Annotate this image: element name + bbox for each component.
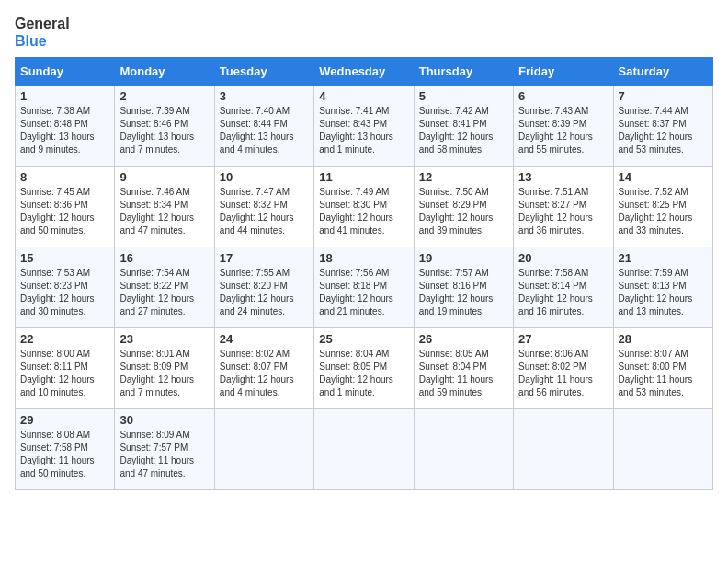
day-number: 10 [220,170,309,184]
day-number: 6 [518,89,608,103]
cell-info: Sunrise: 8:09 AMSunset: 7:57 PMDaylight:… [119,429,209,480]
cell-info: Sunrise: 7:46 AMSunset: 8:34 PMDaylight:… [119,186,209,237]
cell-info: Sunrise: 8:01 AMSunset: 8:09 PMDaylight:… [119,348,209,399]
header-day-tuesday: Tuesday [214,58,313,86]
cell-info: Sunrise: 7:47 AMSunset: 8:32 PMDaylight:… [220,186,309,237]
day-number: 20 [518,251,608,265]
header-day-monday: Monday [115,58,214,86]
day-number: 11 [319,170,408,184]
day-number: 21 [619,251,708,265]
calendar-cell: 11Sunrise: 7:49 AMSunset: 8:30 PMDayligh… [314,167,414,247]
calendar-cell: 1Sunrise: 7:38 AMSunset: 8:48 PMDaylight… [16,86,115,167]
day-number: 22 [20,332,109,346]
calendar-cell [514,409,613,490]
calendar-cell: 4Sunrise: 7:41 AMSunset: 8:43 PMDaylight… [314,86,414,167]
logo-line1: General [15,15,70,32]
calendar-cell: 29Sunrise: 8:08 AMSunset: 7:58 PMDayligh… [16,409,115,490]
calendar-cell: 16Sunrise: 7:54 AMSunset: 8:22 PMDayligh… [115,247,214,328]
calendar-cell: 14Sunrise: 7:52 AMSunset: 8:25 PMDayligh… [613,167,712,247]
calendar-cell: 7Sunrise: 7:44 AMSunset: 8:37 PMDaylight… [613,86,712,167]
calendar-body: 1Sunrise: 7:38 AMSunset: 8:48 PMDaylight… [16,86,713,490]
day-number: 23 [119,332,209,346]
day-number: 4 [319,89,408,103]
cell-info: Sunrise: 8:02 AMSunset: 8:07 PMDaylight:… [220,348,309,399]
cell-info: Sunrise: 7:59 AMSunset: 8:13 PMDaylight:… [619,267,708,318]
cell-info: Sunrise: 7:40 AMSunset: 8:44 PMDaylight:… [220,105,309,156]
day-number: 8 [20,170,109,184]
calendar-cell: 24Sunrise: 8:02 AMSunset: 8:07 PMDayligh… [214,328,313,409]
calendar-cell [414,409,513,490]
calendar-cell: 15Sunrise: 7:53 AMSunset: 8:23 PMDayligh… [16,247,115,328]
calendar-cell: 3Sunrise: 7:40 AMSunset: 8:44 PMDaylight… [214,86,313,167]
cell-info: Sunrise: 7:49 AMSunset: 8:30 PMDaylight:… [319,186,408,237]
calendar-cell: 23Sunrise: 8:01 AMSunset: 8:09 PMDayligh… [115,328,214,409]
day-number: 27 [518,332,608,346]
cell-info: Sunrise: 7:53 AMSunset: 8:23 PMDaylight:… [20,267,109,318]
calendar-cell: 18Sunrise: 7:56 AMSunset: 8:18 PMDayligh… [314,247,414,328]
day-number: 16 [119,251,209,265]
header-day-thursday: Thursday [414,58,513,86]
calendar-cell: 20Sunrise: 7:58 AMSunset: 8:14 PMDayligh… [514,247,613,328]
day-number: 1 [20,89,109,103]
cell-info: Sunrise: 8:06 AMSunset: 8:02 PMDaylight:… [518,348,608,399]
calendar-cell: 6Sunrise: 7:43 AMSunset: 8:39 PMDaylight… [514,86,613,167]
day-number: 5 [419,89,508,103]
calendar-week-row: 29Sunrise: 8:08 AMSunset: 7:58 PMDayligh… [16,409,713,490]
calendar-week-row: 15Sunrise: 7:53 AMSunset: 8:23 PMDayligh… [16,247,713,328]
day-number: 15 [20,251,109,265]
calendar-cell: 12Sunrise: 7:50 AMSunset: 8:29 PMDayligh… [414,167,513,247]
calendar-cell: 19Sunrise: 7:57 AMSunset: 8:16 PMDayligh… [414,247,513,328]
day-number: 30 [119,413,209,427]
day-number: 25 [319,332,408,346]
calendar-cell: 10Sunrise: 7:47 AMSunset: 8:32 PMDayligh… [214,167,313,247]
calendar-cell: 13Sunrise: 7:51 AMSunset: 8:27 PMDayligh… [514,167,613,247]
header-day-saturday: Saturday [613,58,712,86]
calendar-table: SundayMondayTuesdayWednesdayThursdayFrid… [15,57,713,490]
day-number: 13 [518,170,608,184]
calendar-cell: 28Sunrise: 8:07 AMSunset: 8:00 PMDayligh… [613,328,712,409]
cell-info: Sunrise: 8:07 AMSunset: 8:00 PMDaylight:… [619,348,708,399]
calendar-cell: 8Sunrise: 7:45 AMSunset: 8:36 PMDaylight… [16,167,115,247]
calendar-cell: 30Sunrise: 8:09 AMSunset: 7:57 PMDayligh… [115,409,214,490]
cell-info: Sunrise: 7:56 AMSunset: 8:18 PMDaylight:… [319,267,408,318]
calendar-cell: 17Sunrise: 7:55 AMSunset: 8:20 PMDayligh… [214,247,313,328]
calendar-cell: 22Sunrise: 8:00 AMSunset: 8:11 PMDayligh… [16,328,115,409]
calendar-cell [314,409,414,490]
cell-info: Sunrise: 7:41 AMSunset: 8:43 PMDaylight:… [319,105,408,156]
calendar-cell: 5Sunrise: 7:42 AMSunset: 8:41 PMDaylight… [414,86,513,167]
page-header: General Blue General Blue [15,15,713,50]
calendar-cell: 9Sunrise: 7:46 AMSunset: 8:34 PMDaylight… [115,167,214,247]
day-number: 19 [419,251,508,265]
day-number: 26 [419,332,508,346]
calendar-cell [613,409,712,490]
calendar-cell [214,409,313,490]
cell-info: Sunrise: 7:57 AMSunset: 8:16 PMDaylight:… [419,267,508,318]
cell-info: Sunrise: 8:00 AMSunset: 8:11 PMDaylight:… [20,348,109,399]
cell-info: Sunrise: 7:39 AMSunset: 8:46 PMDaylight:… [119,105,209,156]
cell-info: Sunrise: 7:45 AMSunset: 8:36 PMDaylight:… [20,186,109,237]
day-number: 9 [119,170,209,184]
cell-info: Sunrise: 8:05 AMSunset: 8:04 PMDaylight:… [419,348,508,399]
day-number: 29 [20,413,109,427]
cell-info: Sunrise: 7:50 AMSunset: 8:29 PMDaylight:… [419,186,508,237]
day-number: 3 [220,89,309,103]
cell-info: Sunrise: 7:44 AMSunset: 8:37 PMDaylight:… [619,105,708,156]
calendar-cell: 27Sunrise: 8:06 AMSunset: 8:02 PMDayligh… [514,328,613,409]
logo-line2: Blue [15,32,70,50]
cell-info: Sunrise: 7:54 AMSunset: 8:22 PMDaylight:… [119,267,209,318]
header-day-friday: Friday [514,58,613,86]
cell-info: Sunrise: 7:43 AMSunset: 8:39 PMDaylight:… [518,105,608,156]
calendar-week-row: 1Sunrise: 7:38 AMSunset: 8:48 PMDaylight… [16,86,713,167]
cell-info: Sunrise: 8:04 AMSunset: 8:05 PMDaylight:… [319,348,408,399]
cell-info: Sunrise: 7:58 AMSunset: 8:14 PMDaylight:… [518,267,608,318]
day-number: 24 [220,332,309,346]
calendar-week-row: 8Sunrise: 7:45 AMSunset: 8:36 PMDaylight… [16,167,713,247]
cell-info: Sunrise: 7:38 AMSunset: 8:48 PMDaylight:… [20,105,109,156]
logo: General Blue General Blue [15,15,70,50]
calendar-header-row: SundayMondayTuesdayWednesdayThursdayFrid… [16,58,713,86]
cell-info: Sunrise: 7:42 AMSunset: 8:41 PMDaylight:… [419,105,508,156]
header-day-sunday: Sunday [16,58,115,86]
cell-info: Sunrise: 8:08 AMSunset: 7:58 PMDaylight:… [20,429,109,480]
calendar-cell: 26Sunrise: 8:05 AMSunset: 8:04 PMDayligh… [414,328,513,409]
calendar-cell: 25Sunrise: 8:04 AMSunset: 8:05 PMDayligh… [314,328,414,409]
